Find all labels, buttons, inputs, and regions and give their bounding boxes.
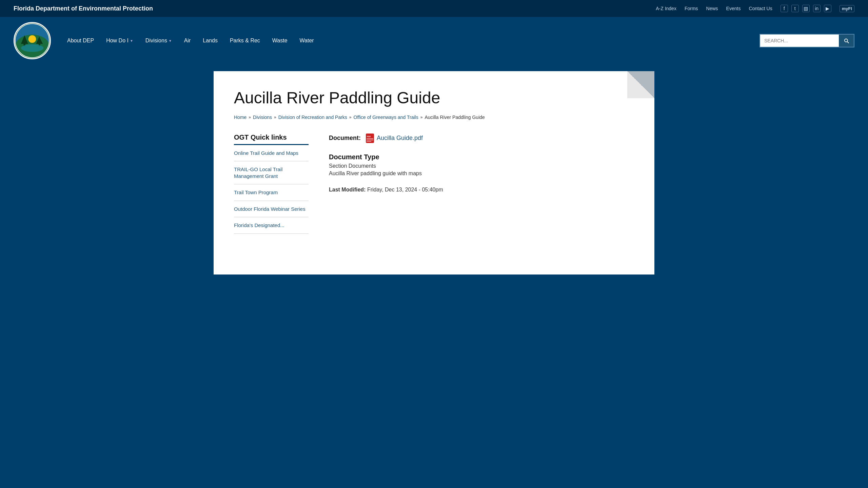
sidebar-nav: Online Trail Guide and Maps TRAIL-GO Loc… <box>234 145 309 234</box>
social-icons: f t ▧ in ▶ <box>781 5 831 12</box>
nav-about-dep[interactable]: About DEP <box>61 35 100 46</box>
last-modified-label: Last Modified: <box>329 187 366 192</box>
two-col-layout: OGT Quick links Online Trail Guide and M… <box>234 134 634 234</box>
svg-text:PDF: PDF <box>367 136 371 138</box>
list-item: Trail Town Program <box>234 184 309 201</box>
list-item: TRAIL-GO Local Trail Management Grant <box>234 161 309 184</box>
twitter-icon[interactable]: t <box>791 5 799 12</box>
linkedin-icon[interactable]: in <box>813 5 821 12</box>
facebook-icon[interactable]: f <box>781 5 788 12</box>
document-file-link[interactable]: Aucilla Guide.pdf <box>377 134 423 141</box>
nav-news[interactable]: News <box>706 6 718 11</box>
search-container <box>760 34 854 47</box>
sidebar-title: OGT Quick links <box>234 134 309 145</box>
sidebar-item-online-trail-guide[interactable]: Online Trail Guide and Maps <box>234 145 309 161</box>
sidebar: OGT Quick links Online Trail Guide and M… <box>234 134 309 234</box>
nav-lands[interactable]: Lands <box>197 35 224 46</box>
document-type-label: Document Type <box>329 153 634 161</box>
document-type-section: Document Type Section Documents Aucilla … <box>329 153 634 177</box>
main-nav: About DEP How Do I ▼ Divisions ▼ Air Lan… <box>61 35 760 46</box>
sidebar-item-trail-town[interactable]: Trail Town Program <box>234 184 309 201</box>
breadcrumb-divisions[interactable]: Divisions <box>253 115 272 120</box>
search-box <box>760 34 854 47</box>
logo-container <box>14 22 51 59</box>
page-wrapper: Aucilla River Paddling Guide Home » Divi… <box>0 64 868 274</box>
main-content: Document: PDF Aucilla Guide.pdf <box>329 134 634 234</box>
breadcrumb: Home » Divisions » Division of Recreatio… <box>234 115 634 120</box>
document-label: Document: <box>329 134 361 141</box>
breadcrumb-sep-3: » <box>349 115 352 120</box>
search-input[interactable] <box>760 35 839 47</box>
logo-svg <box>15 23 50 58</box>
pdf-icon: PDF <box>366 134 374 143</box>
breadcrumb-current: Aucilla River Paddling Guide <box>425 115 485 120</box>
search-button[interactable] <box>839 35 854 47</box>
last-modified-value: Friday, Dec 13, 2024 - 05:40pm <box>367 187 443 192</box>
nav-air[interactable]: Air <box>178 35 197 46</box>
instagram-icon[interactable]: ▧ <box>802 5 810 12</box>
svg-point-2 <box>28 35 36 43</box>
nav-divisions[interactable]: Divisions ▼ <box>139 35 178 46</box>
nav-az-index[interactable]: A-Z Index <box>656 6 676 11</box>
list-item: Florida's Designated... <box>234 217 309 234</box>
myflorida-logo[interactable]: myFl <box>840 5 854 12</box>
site-title: Florida Department of Environmental Prot… <box>14 5 153 12</box>
sidebar-item-outdoor-webinar[interactable]: Outdoor Florida Webinar Series <box>234 201 309 217</box>
list-item: Outdoor Florida Webinar Series <box>234 201 309 218</box>
page-title: Aucilla River Paddling Guide <box>234 88 634 108</box>
breadcrumb-office-of-greenways[interactable]: Office of Greenways and Trails <box>354 115 418 120</box>
svg-rect-12 <box>367 140 373 140</box>
pdf-svg-icon: PDF <box>366 134 374 143</box>
svg-point-7 <box>21 44 43 52</box>
document-description: Aucilla River paddling guide with maps <box>329 170 634 177</box>
breadcrumb-division-of-recreation[interactable]: Division of Recreation and Parks <box>278 115 347 120</box>
sidebar-item-trail-go[interactable]: TRAIL-GO Local Trail Management Grant <box>234 161 309 184</box>
breadcrumb-sep-2: » <box>274 115 276 120</box>
nav-forms[interactable]: Forms <box>685 6 698 11</box>
breadcrumb-home[interactable]: Home <box>234 115 246 120</box>
svg-rect-13 <box>367 141 371 142</box>
content-card: Aucilla River Paddling Guide Home » Divi… <box>214 71 654 274</box>
divisions-arrow: ▼ <box>169 39 172 43</box>
nav-waste[interactable]: Waste <box>266 35 294 46</box>
document-type-value: Section Documents <box>329 163 634 169</box>
list-item: Online Trail Guide and Maps <box>234 145 309 162</box>
nav-parks-rec[interactable]: Parks & Rec <box>224 35 266 46</box>
breadcrumb-sep-4: » <box>420 115 423 120</box>
svg-rect-11 <box>367 138 373 139</box>
nav-water[interactable]: Water <box>294 35 320 46</box>
search-icon <box>843 38 849 44</box>
dep-logo <box>14 22 51 59</box>
main-header: About DEP How Do I ▼ Divisions ▼ Air Lan… <box>0 17 868 64</box>
how-do-i-arrow: ▼ <box>130 39 133 43</box>
top-bar-right: A-Z Index Forms News Events Contact Us f… <box>656 5 854 12</box>
nav-contact-us[interactable]: Contact Us <box>749 6 772 11</box>
top-bar: Florida Department of Environmental Prot… <box>0 0 868 17</box>
top-bar-nav: A-Z Index Forms News Events Contact Us <box>656 6 772 11</box>
nav-events[interactable]: Events <box>726 6 741 11</box>
breadcrumb-sep-1: » <box>249 115 251 120</box>
last-modified: Last Modified: Friday, Dec 13, 2024 - 05… <box>329 187 634 193</box>
youtube-icon[interactable]: ▶ <box>824 5 831 12</box>
nav-how-do-i[interactable]: How Do I ▼ <box>100 35 139 46</box>
document-label-row: Document: PDF Aucilla Guide.pdf <box>329 134 634 143</box>
sidebar-item-floridas-designated[interactable]: Florida's Designated... <box>234 217 309 233</box>
